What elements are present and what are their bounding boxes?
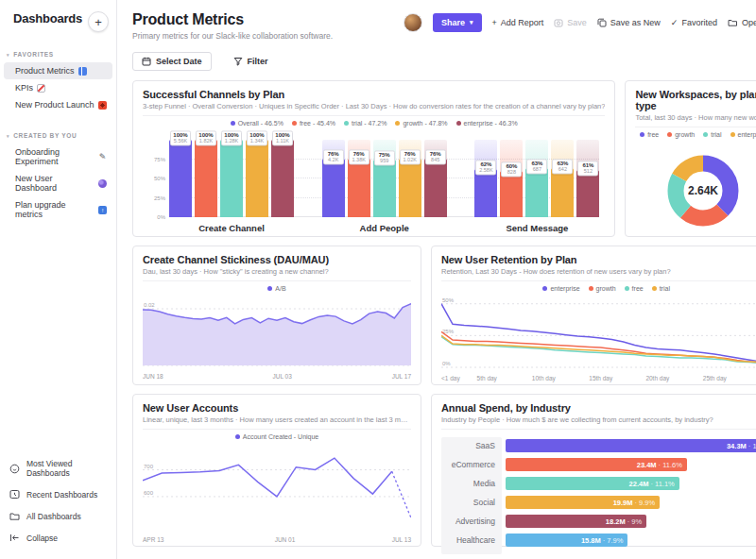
legend-free[interactable]: free - 45.4% <box>292 120 335 127</box>
avatar[interactable] <box>404 13 422 32</box>
card-stickiness: Create Channel Stickiness (DAU/MAU) Dau,… <box>132 246 421 385</box>
funnel-bar-free[interactable]: 60%828 <box>500 140 523 217</box>
legend-free[interactable]: free <box>640 131 659 138</box>
card-new-user-accounts: New User Accounts Linear, unique, last 3… <box>132 394 421 547</box>
sidebar-collapse-button[interactable]: Collapse <box>0 528 116 548</box>
save-as-new-button[interactable]: Save as New <box>597 18 661 27</box>
funnel-bar-trial[interactable]: 75%959 <box>373 140 396 217</box>
funnel-group: 76%4.2K76%1.38K75%95976%1.02K76%845 <box>322 140 447 217</box>
legend-a-b[interactable]: A/B <box>267 285 285 292</box>
legend-enterprise[interactable]: enterprise <box>542 285 579 292</box>
save-button[interactable]: Save <box>554 18 587 27</box>
funnel-count: 828 <box>504 169 519 175</box>
select-date-button[interactable]: Select Date <box>132 52 212 71</box>
spend-bar-healthcare[interactable]: 15.8M · 7.9% <box>506 534 627 547</box>
legend-dot-icon <box>267 286 272 291</box>
section-created-by-you[interactable]: CREATED BY YOU <box>0 132 116 139</box>
filter-button[interactable]: Filter <box>225 53 277 70</box>
funnel-bar-growth[interactable]: 76%1.02K <box>399 140 421 217</box>
sidebar-item-all-dashboards[interactable]: All Dashboards <box>0 506 116 526</box>
funnel-bar-Overall[interactable]: 76%4.2K <box>322 140 345 217</box>
funnel-bar-Overall[interactable]: 62%2.58K <box>474 140 497 217</box>
legend-overall[interactable]: Overall - 46.5% <box>231 120 284 127</box>
sidebar-item-product-metrics[interactable]: Product Metrics <box>4 62 112 79</box>
funnel-bar-enterprise[interactable]: 61%512 <box>576 140 599 217</box>
share-button[interactable]: Share <box>433 13 482 32</box>
svg-text:0.02: 0.02 <box>144 302 155 308</box>
legend-enterprise[interactable]: enterprise <box>730 131 756 138</box>
legend-trial[interactable]: trial <box>652 285 670 292</box>
spend-bar-advertising[interactable]: 18.2M · 9% <box>506 515 646 528</box>
x-tick-label: JUL 13 <box>392 536 411 543</box>
chart-subtitle: Industry by People · How much $ are we c… <box>441 415 756 424</box>
legend-dot-icon <box>667 132 672 137</box>
spend-label-healthcare: Healthcare <box>441 534 502 547</box>
sidebar-item-new-product-launch[interactable]: New Product Launch <box>4 96 112 113</box>
funnel-bar-fill <box>169 140 192 217</box>
sidebar-item-most-viewed[interactable]: Most Viewed Dashboards <box>0 454 116 483</box>
sidebar-item-kpis[interactable]: KPIs <box>4 79 112 96</box>
plus-icon: + <box>492 18 497 27</box>
y-tick-label: 0% <box>145 214 165 220</box>
section-favorites[interactable]: FAVORITES <box>0 51 116 58</box>
legend-dot-icon <box>542 286 547 291</box>
sidebar-item-plan-upgrade-metrics[interactable]: Plan upgrade metrics ↑ <box>4 196 112 223</box>
spend-bar-social[interactable]: 19.9M · 9.9% <box>506 496 660 509</box>
funnel-bar-trial[interactable]: 100%1.28K <box>220 140 243 217</box>
spend-bar-ecommerce[interactable]: 23.4M · 11.6% <box>506 458 687 471</box>
legend-growth[interactable]: growth <box>589 285 616 292</box>
funnel-group: 62%2.58K60%82863%68763%64261%512 <box>474 140 599 217</box>
open-button[interactable]: Open <box>728 18 756 27</box>
funnel-bar-trial[interactable]: 63%687 <box>525 140 548 217</box>
memo-icon <box>37 84 45 93</box>
funnel-value-label: 61%512 <box>577 161 598 176</box>
funnel-bar-fill <box>576 170 599 217</box>
y-tick-label: 50% <box>145 176 165 181</box>
chart-subtitle: Total, last 30 days · How many new works… <box>635 113 756 122</box>
funnel-count: 642 <box>555 167 570 173</box>
legend-trial[interactable]: trial - 47.2% <box>344 120 387 127</box>
add-report-button[interactable]: +Add Report <box>492 18 544 27</box>
funnel-step-label: Add People <box>322 223 447 233</box>
funnel-bar-fill <box>474 169 497 217</box>
legend-account-created-unique[interactable]: Account Created - Unique <box>235 433 319 440</box>
favorited-button[interactable]: ✓Favorited <box>671 18 717 27</box>
sidebar-item-new-user-dashboard[interactable]: New User Dashboard <box>4 170 112 196</box>
x-tick-label: JUN 18 <box>143 373 163 380</box>
funnel-count: 1.34K <box>249 138 265 144</box>
page-subtitle: Primary metrics for our Slack-like colla… <box>132 31 333 41</box>
sidebar-item-recent[interactable]: Recent Dashboards <box>0 484 116 504</box>
spend-bar-saas[interactable]: 34.3M · 17% <box>506 439 756 452</box>
legend-dot-icon <box>344 121 349 126</box>
legend-trial[interactable]: trial <box>703 131 721 138</box>
funnel-bar-Overall[interactable]: 100%5.56K <box>169 140 192 217</box>
sidebar-item-onboarding-experiment[interactable]: Onboarding Experiment ✎ <box>4 144 112 170</box>
legend-growth[interactable]: growth - 47.8% <box>395 120 447 127</box>
funnel-step-labels: Create ChannelAdd PeopleSend Message <box>169 223 599 233</box>
sidebar: Dashboards + FAVORITES Product Metrics K… <box>0 0 117 559</box>
funnel-bar-free[interactable]: 76%1.38K <box>348 140 370 217</box>
funnel-bar-growth[interactable]: 100%1.34K <box>246 140 268 217</box>
funnel-count: 687 <box>529 167 544 173</box>
accounts-legend: Account Created - Unique <box>143 433 411 440</box>
legend-free[interactable]: free <box>625 285 644 292</box>
funnel-count: 4.2K <box>326 157 341 162</box>
funnel-count: 959 <box>377 158 392 163</box>
collapse-icon <box>9 533 20 543</box>
spend-bar-media[interactable]: 22.4M · 11.1% <box>506 477 679 490</box>
card-new-workspaces: New Workspaces, by plan type Total, last… <box>625 80 756 237</box>
smiley-icon <box>9 464 20 474</box>
funnel-bar-free[interactable]: 100%1.82K <box>195 140 217 217</box>
funnel-value-label: 100%1.34K <box>247 130 267 145</box>
new-dashboard-button[interactable]: + <box>88 11 109 32</box>
svg-text:0%: 0% <box>442 361 451 366</box>
funnel-bar-growth[interactable]: 63%642 <box>551 140 574 217</box>
funnel-bar-enterprise[interactable]: 76%845 <box>424 140 447 217</box>
legend-dot-icon <box>652 286 657 291</box>
funnel-bar-enterprise[interactable]: 100%1.11K <box>271 140 294 217</box>
legend-dot-icon <box>231 121 235 126</box>
legend-enterprise[interactable]: enterprise - 46.3% <box>456 120 518 127</box>
chart-title: New User Accounts <box>143 402 411 414</box>
funnel-count: 2.58K <box>478 168 493 174</box>
legend-growth[interactable]: growth <box>667 131 695 138</box>
